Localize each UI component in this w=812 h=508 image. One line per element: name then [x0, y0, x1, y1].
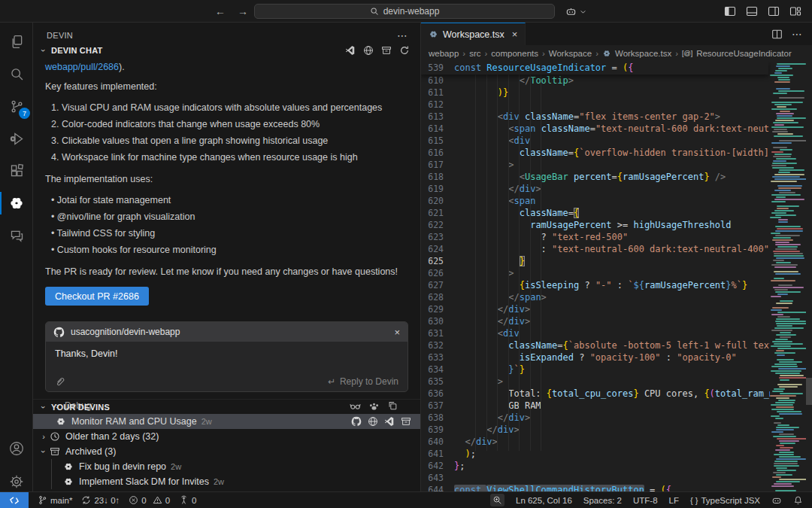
code-line[interactable]: 636 Total: {total_cpu_cores} CPU cores, …: [421, 388, 770, 400]
globe-icon[interactable]: [368, 416, 378, 427]
code-line[interactable]: 626 >: [421, 267, 770, 279]
eol[interactable]: LF: [669, 496, 679, 505]
accounts-icon[interactable]: [0, 433, 33, 464]
code-line[interactable]: 642};: [421, 460, 770, 472]
search-sidebar-icon[interactable]: [0, 58, 33, 90]
code-line[interactable]: 633 isExpanded ? "opacity-100" : "opacit…: [421, 351, 770, 364]
code-line[interactable]: 641 );: [421, 448, 770, 460]
code-line[interactable]: 618 <UsageBar percent={ramUsagePercent} …: [421, 171, 770, 183]
code-line[interactable]: 625 }: [421, 255, 770, 267]
code-line[interactable]: 644const ViewShellCommandHistoryButton =…: [421, 484, 770, 491]
remote-indicator[interactable]: [0, 492, 29, 508]
command-center-search[interactable]: devin-webapp: [254, 4, 555, 19]
globe-icon[interactable]: [363, 45, 374, 56]
code-line[interactable]: 624 : "text-neutral-600 dark:text-neutra…: [421, 243, 770, 255]
copilot-menu[interactable]: [565, 0, 586, 23]
cursor-position[interactable]: Ln 625, Col 16: [516, 496, 572, 505]
github-icon[interactable]: [351, 416, 362, 427]
code-line[interactable]: 539const ResourceUsageIndicator = ({: [421, 62, 768, 74]
code-line[interactable]: 619 </div>: [421, 183, 770, 195]
pr-link[interactable]: webapp/pull/2686: [45, 62, 119, 72]
attach-icon[interactable]: [55, 376, 65, 387]
archive-icon[interactable]: [381, 45, 392, 56]
split-editor-icon[interactable]: [771, 29, 783, 40]
breadcrumb-item[interactable]: Workspace: [549, 49, 592, 58]
ports-indicator[interactable]: 0: [179, 495, 196, 505]
language-mode[interactable]: { } TypeScript JSX: [690, 496, 760, 505]
code-line[interactable]: 628 </span>: [421, 291, 770, 303]
extensions-icon[interactable]: [0, 155, 33, 187]
toggle-panel-icon[interactable]: [746, 5, 758, 17]
code-line[interactable]: 622 ramUsagePercent >= highUsageThreshol…: [421, 219, 770, 231]
code-line[interactable]: 643: [421, 472, 770, 484]
reply-to-devin-hint[interactable]: ↵ Reply to Devin: [328, 376, 398, 387]
code-line[interactable]: 631 <div: [421, 327, 770, 339]
open-in-vscode-icon[interactable]: [345, 45, 356, 56]
code-line[interactable]: 612: [421, 99, 770, 111]
devins-group-row[interactable]: ›Older than 2 days (32): [33, 429, 420, 444]
code-line[interactable]: 640 </div>: [421, 436, 770, 448]
breadcrumb-item[interactable]: src: [469, 49, 480, 58]
code-line[interactable]: 630 </div>: [421, 315, 770, 327]
close-icon[interactable]: ×: [394, 327, 400, 338]
code-line[interactable]: 623 ? "text-red-500": [421, 231, 770, 243]
breadcrumb-item[interactable]: Workspace.tsx: [615, 49, 671, 58]
code-line[interactable]: 617 >: [421, 159, 770, 171]
code-line[interactable]: 611 )}: [421, 87, 770, 99]
tab-workspace-tsx[interactable]: Workspace.tsx ×: [421, 23, 526, 45]
archive-icon[interactable]: [401, 416, 411, 427]
run-debug-icon[interactable]: [0, 123, 33, 154]
branch-indicator[interactable]: main*: [38, 495, 72, 505]
chat-icon[interactable]: [0, 220, 33, 251]
source-control-icon[interactable]: 7: [0, 90, 33, 122]
zoom-indicator[interactable]: [490, 494, 504, 506]
code-line[interactable]: 616 className={`overflow-hidden transiti…: [421, 147, 770, 159]
code-line[interactable]: 637 GB RAM: [421, 400, 770, 412]
more-actions-icon[interactable]: ⋯: [792, 28, 803, 40]
checkout-pr-button[interactable]: Checkout PR #2686: [45, 287, 149, 306]
code-line[interactable]: 615 <div: [421, 135, 770, 147]
devin-session-row[interactable]: Monitor RAM and CPU Usage2w: [33, 414, 420, 429]
back-button[interactable]: ←: [215, 5, 226, 17]
close-icon[interactable]: ×: [512, 29, 518, 40]
scrollbar-thumb[interactable]: [806, 378, 812, 405]
devin-session-row[interactable]: Fix bug in devin repo2w: [33, 459, 420, 474]
copilot-status-icon[interactable]: [771, 495, 782, 506]
your-devins-header[interactable]: › YOUR DEVINS: [33, 399, 420, 414]
code-line[interactable]: 614 <span className="text-neutral-600 da…: [421, 123, 770, 135]
code-line[interactable]: 610 </Tooltip>: [421, 75, 770, 87]
indentation[interactable]: Spaces: 2: [583, 496, 622, 505]
forward-button[interactable]: →: [238, 5, 248, 17]
problems-indicator[interactable]: 0 0: [129, 495, 170, 505]
explorer-icon[interactable]: [0, 26, 33, 57]
breadcrumb-item[interactable]: components: [491, 49, 538, 58]
breadcrumb[interactable]: webapp›src›components›Workspace›Workspac…: [421, 45, 812, 62]
code-line[interactable]: 639 </div>: [421, 424, 770, 436]
refresh-icon[interactable]: [399, 45, 410, 56]
code-line[interactable]: 632 className={`absolute -bottom-5 left-…: [421, 339, 770, 351]
devin-session-row[interactable]: Implement Slack DM for Invites2w: [33, 474, 420, 489]
code-line[interactable]: 613 <div className="flex items-center ga…: [421, 111, 770, 123]
breadcrumb-item[interactable]: ResourceUsageIndicator: [696, 49, 792, 58]
sticky-scroll-line[interactable]: 539const ResourceUsageIndicator = ({: [421, 62, 768, 75]
toggle-primary-sidebar-icon[interactable]: [724, 5, 736, 17]
devin-chat-section-header[interactable]: › DEVIN CHAT: [33, 41, 420, 60]
breadcrumb-item[interactable]: webapp: [429, 49, 459, 58]
minimap[interactable]: [770, 63, 806, 491]
code-line[interactable]: 629 </div>: [421, 303, 770, 315]
encoding[interactable]: UTF-8: [633, 496, 658, 505]
code-line[interactable]: 634 }`}: [421, 364, 770, 376]
code-line[interactable]: 627 {isSleeping ? "-" : `${ramUsagePerce…: [421, 279, 770, 291]
code-line[interactable]: 638 </div>: [421, 412, 770, 424]
notifications-bell-icon[interactable]: [793, 495, 803, 505]
customize-layout-icon[interactable]: [789, 5, 801, 17]
toggle-secondary-sidebar-icon[interactable]: [768, 5, 780, 17]
more-actions-icon[interactable]: ⋯: [397, 29, 408, 41]
open-in-vscode-icon[interactable]: [384, 416, 395, 427]
devins-group-row[interactable]: ›Archived (3): [33, 444, 420, 459]
sync-indicator[interactable]: 23↓ 0↑: [81, 495, 120, 505]
code-line[interactable]: 620 <span: [421, 195, 770, 207]
devin-extension-icon[interactable]: [0, 187, 33, 219]
code-area[interactable]: 539const ResourceUsageIndicator = ({ 610…: [421, 62, 812, 491]
code-line[interactable]: 621 className={: [421, 207, 770, 219]
